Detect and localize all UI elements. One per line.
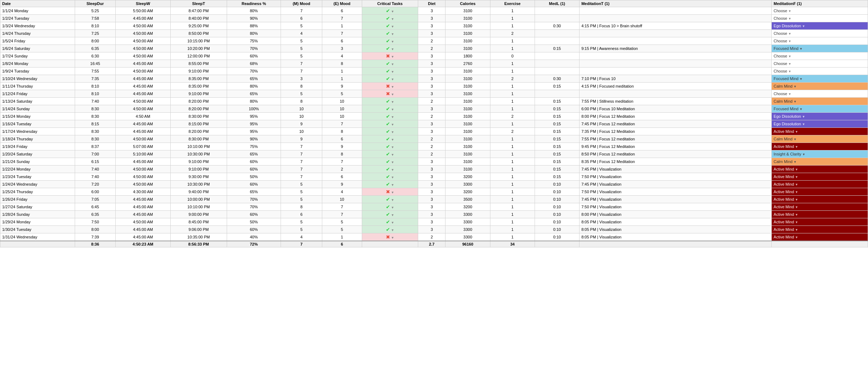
- cell-meditationf[interactable]: Calm Mind ▼: [772, 98, 868, 105]
- cell-meditationf[interactable]: Ego Dissolution ▼: [772, 120, 868, 128]
- dropdown-arrow-icon[interactable]: ▼: [390, 62, 394, 66]
- cell-critical[interactable]: ✔ ▼: [362, 7, 418, 15]
- meditation-dropdown-arrow[interactable]: ▼: [787, 32, 791, 36]
- cell-meditationf[interactable]: Active Mind ▼: [772, 211, 868, 218]
- cell-meditationf[interactable]: Focused Mind ▼: [772, 45, 868, 52]
- cell-meditationf[interactable]: Focused Mind ▼: [772, 105, 868, 113]
- meditation-dropdown-arrow[interactable]: ▼: [787, 17, 791, 20]
- meditation-dropdown-arrow[interactable]: ▼: [794, 145, 798, 149]
- meditation-dropdown-arrow[interactable]: ▼: [801, 153, 805, 156]
- dropdown-arrow-icon[interactable]: ▼: [390, 228, 394, 232]
- cell-meditationf[interactable]: Calm Mind ▼: [772, 135, 868, 143]
- cell-meditationf[interactable]: Choose ▼: [772, 7, 868, 15]
- cell-critical[interactable]: ✔ ▼: [362, 135, 418, 143]
- cell-critical[interactable]: ✔ ▼: [362, 128, 418, 135]
- meditation-dropdown-arrow[interactable]: ▼: [798, 107, 802, 111]
- cell-critical[interactable]: ✔ ▼: [362, 45, 418, 52]
- cell-critical[interactable]: ✖ ▼: [362, 83, 418, 90]
- cell-critical[interactable]: ✔ ▼: [362, 75, 418, 83]
- cell-critical[interactable]: ✔ ▼: [362, 173, 418, 181]
- meditation-dropdown-arrow[interactable]: ▼: [793, 100, 797, 103]
- meditation-dropdown-arrow[interactable]: ▼: [794, 198, 798, 201]
- dropdown-arrow-icon[interactable]: ▼: [390, 108, 394, 111]
- cell-critical[interactable]: ✔ ▼: [362, 113, 418, 120]
- cell-meditationf[interactable]: Active Mind ▼: [772, 173, 868, 181]
- cell-critical[interactable]: ✔ ▼: [362, 105, 418, 113]
- cell-critical[interactable]: ✔ ▼: [362, 120, 418, 128]
- cell-critical[interactable]: ✔ ▼: [362, 181, 418, 188]
- meditation-dropdown-arrow[interactable]: ▼: [793, 85, 797, 88]
- cell-meditationf[interactable]: Choose ▼: [772, 37, 868, 45]
- cell-meditationf[interactable]: Active Mind ▼: [772, 143, 868, 150]
- cell-meditationf[interactable]: Active Mind ▼: [772, 218, 868, 226]
- cell-meditationf[interactable]: Active Mind ▼: [772, 181, 868, 188]
- cell-meditationf[interactable]: Active Mind ▼: [772, 226, 868, 233]
- meditation-dropdown-arrow[interactable]: ▼: [801, 115, 805, 118]
- dropdown-arrow-icon[interactable]: ▼: [390, 100, 394, 104]
- cell-critical[interactable]: ✖ ▼: [362, 52, 418, 60]
- cell-critical[interactable]: ✔ ▼: [362, 196, 418, 203]
- cell-meditationf[interactable]: Active Mind ▼: [772, 203, 868, 211]
- dropdown-arrow-icon[interactable]: ▼: [390, 85, 394, 89]
- cell-critical[interactable]: ✔ ▼: [362, 98, 418, 105]
- dropdown-arrow-icon[interactable]: ▼: [390, 130, 394, 134]
- dropdown-arrow-icon[interactable]: ▼: [390, 176, 394, 179]
- dropdown-arrow-icon[interactable]: ▼: [390, 161, 394, 164]
- meditation-dropdown-arrow[interactable]: ▼: [787, 70, 791, 73]
- meditation-dropdown-arrow[interactable]: ▼: [798, 77, 802, 81]
- dropdown-arrow-icon[interactable]: ▼: [390, 78, 394, 81]
- dropdown-arrow-icon[interactable]: ▼: [390, 221, 394, 224]
- dropdown-arrow-icon[interactable]: ▼: [390, 115, 394, 119]
- cell-meditationf[interactable]: Choose ▼: [772, 68, 868, 75]
- cell-critical[interactable]: ✖ ▼: [362, 188, 418, 196]
- meditation-dropdown-arrow[interactable]: ▼: [801, 24, 805, 28]
- meditation-dropdown-arrow[interactable]: ▼: [787, 39, 791, 43]
- meditation-dropdown-arrow[interactable]: ▼: [787, 55, 791, 58]
- dropdown-arrow-icon[interactable]: ▼: [390, 70, 394, 74]
- dropdown-arrow-icon[interactable]: ▼: [390, 32, 394, 36]
- cell-meditationf[interactable]: Choose ▼: [772, 30, 868, 37]
- cell-critical[interactable]: ✖ ▼: [362, 233, 418, 241]
- meditation-dropdown-arrow[interactable]: ▼: [794, 213, 798, 217]
- dropdown-arrow-icon[interactable]: ▼: [390, 153, 394, 157]
- meditation-dropdown-arrow[interactable]: ▼: [794, 183, 798, 186]
- meditation-dropdown-arrow[interactable]: ▼: [794, 220, 798, 224]
- cell-critical[interactable]: ✔ ▼: [362, 158, 418, 166]
- dropdown-arrow-icon[interactable]: ▼: [390, 213, 394, 217]
- cell-critical[interactable]: ✔ ▼: [362, 60, 418, 68]
- cell-meditationf[interactable]: Active Mind ▼: [772, 128, 868, 135]
- meditation-dropdown-arrow[interactable]: ▼: [794, 205, 798, 209]
- cell-meditationf[interactable]: Active Mind ▼: [772, 166, 868, 173]
- meditation-dropdown-arrow[interactable]: ▼: [793, 160, 797, 164]
- cell-critical[interactable]: ✖ ▼: [362, 90, 418, 98]
- dropdown-arrow-icon[interactable]: ▼: [390, 55, 394, 59]
- dropdown-arrow-icon[interactable]: ▼: [390, 138, 394, 141]
- dropdown-arrow-icon[interactable]: ▼: [390, 198, 394, 202]
- cell-meditationf[interactable]: Calm Mind ▼: [772, 83, 868, 90]
- cell-critical[interactable]: ✔ ▼: [362, 211, 418, 218]
- cell-critical[interactable]: ✔ ▼: [362, 143, 418, 150]
- meditation-dropdown-arrow[interactable]: ▼: [794, 175, 798, 179]
- cell-meditationf[interactable]: Choose ▼: [772, 15, 868, 22]
- cell-meditationf[interactable]: Choose ▼: [772, 60, 868, 68]
- dropdown-arrow-icon[interactable]: ▼: [390, 93, 394, 96]
- dropdown-arrow-icon[interactable]: ▼: [390, 40, 394, 43]
- cell-critical[interactable]: ✔ ▼: [362, 203, 418, 211]
- cell-critical[interactable]: ✔ ▼: [362, 166, 418, 173]
- cell-critical[interactable]: ✔ ▼: [362, 22, 418, 30]
- dropdown-arrow-icon[interactable]: ▼: [390, 10, 394, 13]
- cell-meditationf[interactable]: Active Mind ▼: [772, 233, 868, 241]
- meditation-dropdown-arrow[interactable]: ▼: [787, 9, 791, 13]
- meditation-dropdown-arrow[interactable]: ▼: [798, 47, 802, 51]
- dropdown-arrow-icon[interactable]: ▼: [390, 168, 394, 172]
- meditation-dropdown-arrow[interactable]: ▼: [787, 92, 791, 96]
- cell-meditationf[interactable]: Insight & Clarity ▼: [772, 150, 868, 158]
- cell-critical[interactable]: ✔ ▼: [362, 15, 418, 22]
- dropdown-arrow-icon[interactable]: ▼: [390, 25, 394, 28]
- meditation-dropdown-arrow[interactable]: ▼: [794, 228, 798, 232]
- cell-critical[interactable]: ✔ ▼: [362, 226, 418, 233]
- cell-meditationf[interactable]: Focused Mind ▼: [772, 75, 868, 83]
- cell-meditationf[interactable]: Calm Mind ▼: [772, 158, 868, 166]
- cell-critical[interactable]: ✔ ▼: [362, 218, 418, 226]
- dropdown-arrow-icon[interactable]: ▼: [390, 17, 394, 21]
